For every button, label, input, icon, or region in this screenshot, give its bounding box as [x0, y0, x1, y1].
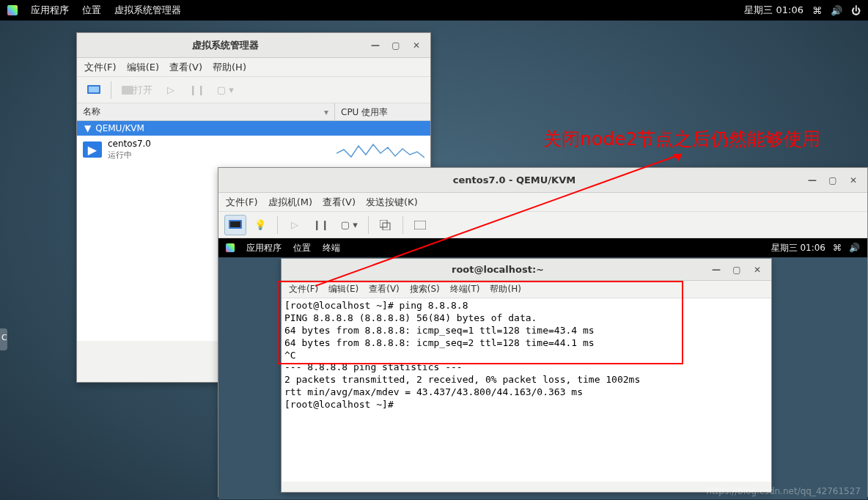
qemu-toolbar: 💡 ▷ ❙❙ ▢ ▾: [218, 212, 867, 238]
annotation-text: 关闭node2节点之后仍然能够使用: [543, 127, 820, 151]
dock-label: C: [1, 333, 7, 342]
fullscreen-button[interactable]: [409, 215, 431, 235]
menu-view[interactable]: 查看(V): [323, 196, 356, 209]
menu-help[interactable]: 帮助(H): [490, 283, 521, 295]
cpu-sparkline: [336, 139, 424, 161]
vmm-menubar: 文件(F) 编辑(E) 查看(V) 帮助(H): [77, 58, 430, 77]
network-icon[interactable]: ⌘: [812, 5, 822, 16]
snapshot-button[interactable]: [375, 215, 397, 235]
terminal-menubar: 文件(F) 编辑(E) 查看(V) 搜索(S) 终端(T) 帮助(H): [282, 281, 771, 298]
vmm-title: 虚拟系统管理器: [83, 39, 367, 52]
power-icon[interactable]: ⏻: [851, 5, 861, 16]
menu-file[interactable]: 文件(F): [84, 61, 117, 74]
guest-active-window[interactable]: 终端: [323, 242, 340, 254]
svg-rect-2: [122, 86, 133, 95]
guest-top-bar: 应用程序 位置 终端 星期三 01:06 ⌘ 🔊: [218, 238, 867, 257]
menu-view[interactable]: 查看(V): [169, 61, 202, 74]
guest-volume-icon[interactable]: 🔊: [849, 243, 860, 253]
vmm-columns: 名称▾ CPU 使用率: [77, 103, 430, 121]
menu-file[interactable]: 文件(F): [289, 283, 318, 295]
minimize-button[interactable]: —: [367, 38, 383, 53]
menu-applications[interactable]: 应用程序: [31, 4, 69, 17]
connection-row[interactable]: ▼ QEMU/KVM: [77, 121, 430, 136]
svg-rect-5: [380, 220, 387, 227]
svg-rect-1: [89, 87, 99, 92]
vmm-toolbar: 打开 ▷ ❙❙ ▢ ▾: [77, 77, 430, 103]
minimize-button[interactable]: —: [708, 262, 724, 277]
vm-row[interactable]: ▶ centos7.0 运行中: [77, 136, 430, 163]
vm-state: 运行中: [108, 150, 336, 161]
menu-vm[interactable]: 虚拟机(M): [268, 196, 312, 209]
volume-icon[interactable]: 🔊: [831, 5, 842, 16]
col-cpu[interactable]: CPU 使用率: [335, 103, 430, 120]
qemu-title: centos7.0 - QEMU/KVM: [224, 174, 804, 185]
qemu-menubar: 文件(F) 虚拟机(M) 查看(V) 发送按键(K): [218, 193, 867, 212]
separator: [277, 216, 278, 234]
terminal-content[interactable]: [root@localhost ~]# ping 8.8.8.8 PING 8.…: [282, 298, 771, 482]
separator: [368, 216, 369, 234]
shutdown-button[interactable]: ▢ ▾: [213, 80, 238, 100]
host-top-bar: 应用程序 位置 虚拟系统管理器 星期三 01:06 ⌘ 🔊 ⏻: [0, 0, 868, 21]
pause-button[interactable]: ❙❙: [185, 80, 210, 100]
expand-icon[interactable]: ▼: [84, 123, 91, 133]
terminal-title: root@localhost:~: [287, 264, 708, 275]
guest-network-icon[interactable]: ⌘: [833, 243, 842, 253]
run-button[interactable]: ▷: [160, 80, 182, 100]
run-button[interactable]: ▷: [284, 215, 306, 235]
qemu-console-window: centos7.0 - QEMU/KVM — ▢ ✕ 文件(F) 虚拟机(M) …: [218, 167, 868, 497]
vmm-titlebar[interactable]: 虚拟系统管理器 — ▢ ✕: [77, 33, 430, 58]
menu-terminal[interactable]: 终端(T): [450, 283, 480, 295]
guest-menu-places[interactable]: 位置: [293, 242, 311, 254]
guest-activities-icon[interactable]: [226, 243, 235, 252]
separator: [111, 81, 111, 99]
details-button[interactable]: 💡: [249, 215, 271, 235]
menu-file[interactable]: 文件(F): [226, 196, 258, 209]
vm-running-icon: ▶: [83, 141, 102, 158]
col-name[interactable]: 名称: [83, 106, 100, 118]
menu-search[interactable]: 搜索(S): [410, 283, 440, 295]
watermark: https://blog.csdn.net/qq_42761527: [706, 486, 861, 496]
menu-help[interactable]: 帮助(H): [213, 61, 246, 74]
guest-menu-applications[interactable]: 应用程序: [246, 242, 282, 254]
menu-places[interactable]: 位置: [82, 4, 101, 17]
activities-icon[interactable]: [7, 5, 18, 15]
svg-rect-6: [383, 223, 390, 230]
clock[interactable]: 星期三 01:06: [744, 4, 803, 17]
guest-desktop[interactable]: root@localhost:~ — ▢ ✕ 文件(F) 编辑(E) 查看(V)…: [218, 257, 867, 499]
open-button[interactable]: 打开: [117, 80, 157, 100]
separator: [402, 216, 403, 234]
terminal-window: root@localhost:~ — ▢ ✕ 文件(F) 编辑(E) 查看(V)…: [281, 258, 772, 493]
vm-name: centos7.0: [108, 139, 336, 150]
menu-view[interactable]: 查看(V): [369, 283, 400, 295]
active-window-title[interactable]: 虚拟系统管理器: [114, 4, 181, 17]
new-vm-button[interactable]: [83, 80, 105, 100]
qemu-titlebar[interactable]: centos7.0 - QEMU/KVM — ▢ ✕: [218, 168, 867, 193]
minimize-button[interactable]: —: [804, 173, 820, 188]
menu-edit[interactable]: 编辑(E): [328, 283, 358, 295]
svg-rect-7: [414, 221, 426, 229]
guest-clock[interactable]: 星期三 01:06: [771, 242, 825, 254]
menu-edit[interactable]: 编辑(E): [127, 61, 159, 74]
terminal-titlebar[interactable]: root@localhost:~ — ▢ ✕: [282, 259, 771, 281]
console-button[interactable]: [224, 215, 246, 235]
svg-rect-4: [230, 221, 240, 227]
close-button[interactable]: ✕: [749, 262, 765, 277]
pause-button[interactable]: ❙❙: [309, 215, 334, 235]
close-button[interactable]: ✕: [845, 173, 861, 188]
menu-sendkey[interactable]: 发送按键(K): [366, 196, 418, 209]
sort-icon[interactable]: ▾: [324, 107, 328, 117]
close-button[interactable]: ✕: [408, 38, 424, 53]
maximize-button[interactable]: ▢: [825, 173, 841, 188]
shutdown-button[interactable]: ▢ ▾: [336, 215, 362, 235]
maximize-button[interactable]: ▢: [388, 38, 404, 53]
maximize-button[interactable]: ▢: [729, 262, 745, 277]
connection-name: QEMU/KVM: [95, 123, 144, 133]
